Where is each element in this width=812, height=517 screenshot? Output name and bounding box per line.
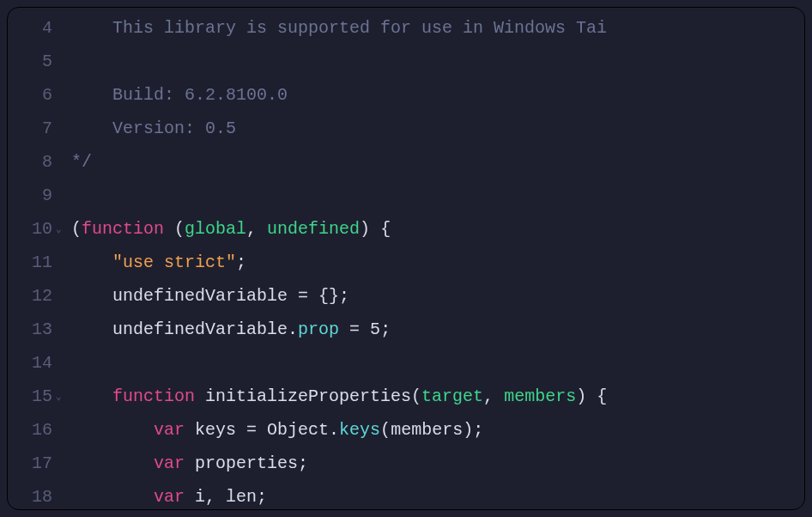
line-number: 4 <box>8 11 56 45</box>
token-prop: keys <box>339 420 380 440</box>
token-punct <box>71 252 112 272</box>
line-number: 16 <box>8 413 56 447</box>
line-number: 12 <box>8 279 56 313</box>
line-number: 15 <box>8 380 56 413</box>
fold-indicator <box>56 279 71 288</box>
fold-indicator <box>56 413 71 422</box>
fold-indicator <box>56 246 71 254</box>
token-punct <box>71 319 112 339</box>
token-punct: {}; <box>318 286 349 306</box>
code-line[interactable]: 10⌄(function (global, undefined) { <box>8 212 804 246</box>
token-punct: { <box>586 386 607 406</box>
token-paren: ( <box>71 219 82 239</box>
token-special: undefined <box>267 219 360 239</box>
code-content[interactable]: This library is supported for use in Win… <box>71 11 804 45</box>
token-punct <box>71 453 154 473</box>
code-line[interactable]: 15⌄ function initializeProperties(target… <box>8 380 804 413</box>
code-line[interactable]: 6 Build: 6.2.8100.0 <box>8 78 804 112</box>
token-punct: ; <box>236 252 246 272</box>
code-line[interactable]: 11 "use strict"; <box>8 246 804 279</box>
token-comment: Build: 6.2.8100.0 <box>71 85 288 105</box>
code-content[interactable]: undefinedVariable = {}; <box>71 279 804 313</box>
line-number: 14 <box>8 346 56 380</box>
token-punct: . <box>288 319 298 339</box>
token-punct: ; <box>257 487 267 507</box>
line-number: 18 <box>8 480 56 510</box>
token-punct: { <box>370 219 391 239</box>
token-prop: prop <box>298 319 339 339</box>
token-param: global <box>185 219 246 239</box>
line-number: 11 <box>8 246 56 279</box>
token-paren: ) <box>463 420 473 440</box>
token-comment: */ <box>71 152 92 172</box>
token-punct <box>71 386 112 406</box>
token-punct: ; <box>298 453 308 473</box>
token-punct: , <box>246 219 267 239</box>
code-line[interactable]: 12 undefinedVariable = {}; <box>8 279 804 313</box>
fold-indicator <box>56 78 71 87</box>
token-keyword: var <box>154 420 185 440</box>
token-punct: ; <box>380 319 391 339</box>
token-paren: ) <box>360 219 370 239</box>
code-content[interactable]: undefinedVariable.prop = 5; <box>71 313 804 346</box>
token-comment: Version: 0.5 <box>71 119 236 138</box>
token-keyword: function <box>82 219 164 239</box>
token-punct <box>71 286 112 306</box>
fold-indicator <box>56 112 71 120</box>
code-content[interactable]: "use strict"; <box>71 246 804 279</box>
token-ident: properties <box>185 453 298 473</box>
code-line[interactable]: 9 <box>8 179 804 212</box>
code-line[interactable]: 17 var properties; <box>8 447 804 480</box>
code-line[interactable]: 4 This library is supported for use in W… <box>8 11 804 45</box>
token-op: = <box>288 286 318 306</box>
fold-indicator <box>56 313 71 321</box>
token-func: initializeProperties <box>195 386 411 406</box>
token-keyword: var <box>154 453 185 473</box>
code-content[interactable]: var keys = Object.keys(members); <box>71 413 804 447</box>
token-ident: Object <box>267 420 329 440</box>
token-ident: i <box>185 487 205 507</box>
line-number: 5 <box>8 45 56 78</box>
code-content[interactable]: var properties; <box>71 447 804 480</box>
line-number: 8 <box>8 145 56 179</box>
code-line[interactable]: 13 undefinedVariable.prop = 5; <box>8 313 804 346</box>
line-number: 17 <box>8 447 56 480</box>
line-number: 6 <box>8 78 56 112</box>
code-content[interactable]: */ <box>71 145 804 179</box>
line-number: 10 <box>8 212 56 246</box>
fold-indicator[interactable]: ⌄ <box>56 212 71 239</box>
code-content[interactable]: Build: 6.2.8100.0 <box>71 78 804 112</box>
code-content[interactable]: var i, len; <box>71 480 804 510</box>
token-ident: len <box>226 487 257 507</box>
token-ident: keys <box>185 420 236 440</box>
fold-indicator[interactable]: ⌄ <box>56 380 71 406</box>
token-op: = <box>236 420 267 440</box>
code-line[interactable]: 16 var keys = Object.keys(members); <box>8 413 804 447</box>
code-content[interactable]: Version: 0.5 <box>71 112 804 145</box>
code-line[interactable]: 18 var i, len; <box>8 480 804 510</box>
token-ident: undefinedVariable <box>112 286 288 306</box>
code-line[interactable]: 7 Version: 0.5 <box>8 112 804 145</box>
code-line[interactable]: 14 <box>8 346 804 380</box>
code-content[interactable]: function initializeProperties(target, me… <box>71 380 804 413</box>
fold-indicator <box>56 11 71 20</box>
token-ident: undefinedVariable <box>112 319 288 339</box>
token-op: = <box>339 319 370 339</box>
token-punct <box>71 487 154 507</box>
code-content[interactable]: (function (global, undefined) { <box>71 212 804 246</box>
token-punct: . <box>329 420 339 440</box>
fold-indicator <box>56 480 71 489</box>
token-param: target <box>421 386 483 406</box>
token-punct: , <box>483 386 504 406</box>
line-number: 9 <box>8 179 56 212</box>
code-line[interactable]: 8*/ <box>8 145 804 179</box>
token-comment: This library is supported for use in Win… <box>71 18 607 38</box>
fold-indicator <box>56 447 71 455</box>
code-editor[interactable]: 4 This library is supported for use in W… <box>7 7 805 510</box>
token-param: members <box>504 386 576 406</box>
token-number: 5 <box>370 319 380 339</box>
token-punct <box>71 420 154 440</box>
code-line[interactable]: 5 <box>8 45 804 78</box>
line-number: 13 <box>8 313 56 346</box>
fold-indicator <box>56 45 71 53</box>
